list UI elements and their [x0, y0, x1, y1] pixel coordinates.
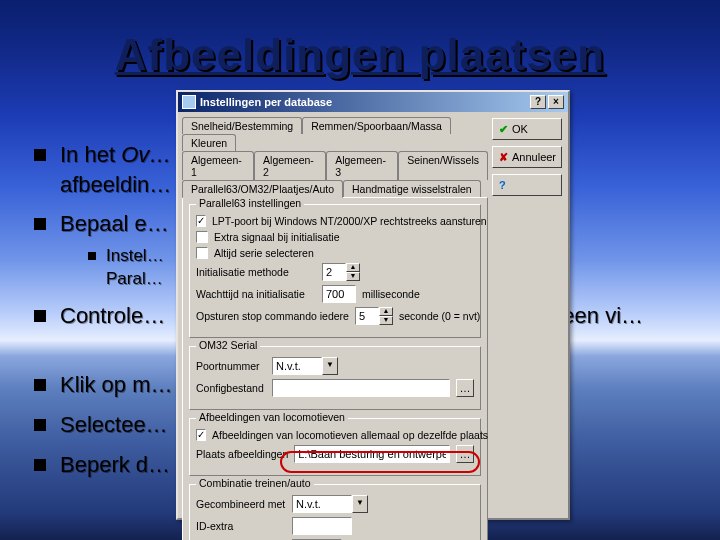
same-place-label: Afbeeldingen van locomotieven allemaal o…	[212, 429, 488, 441]
app-icon	[182, 95, 196, 109]
group-images: Afbeeldingen van locomotieven Afbeelding…	[189, 418, 481, 476]
id-extra-field[interactable]	[292, 517, 352, 535]
tab-seinen[interactable]: Seinen/Wissels	[398, 151, 488, 180]
tab-algemeen2[interactable]: Algemeen-2	[254, 151, 326, 180]
tab-algemeen1[interactable]: Algemeen-1	[182, 151, 254, 180]
settings-dialog: Instellingen per database ? × ✔OK ✘Annul…	[176, 90, 570, 520]
group-title: Parallel63 instellingen	[196, 197, 304, 209]
wait-unit: milliseconde	[362, 288, 420, 300]
spin-down-icon[interactable]: ▼	[379, 316, 393, 325]
question-icon: ?	[499, 179, 506, 191]
chevron-down-icon[interactable]: ▼	[352, 495, 368, 513]
tab-handmatig[interactable]: Handmatige wisselstralen	[343, 180, 481, 198]
group-om32: OM32 Serial Poortnummer ▼ Configbestand …	[189, 346, 481, 410]
browse-button[interactable]: …	[456, 445, 474, 463]
cancel-button[interactable]: ✘Annuleer	[492, 146, 562, 168]
stop-field[interactable]	[355, 307, 379, 325]
serie-checkbox[interactable]	[196, 247, 208, 259]
tab-remmen[interactable]: Remmen/Spoorbaan/Massa	[302, 117, 451, 134]
close-button[interactable]: ×	[548, 95, 564, 109]
stop-label: Opsturen stop commando iedere	[196, 310, 349, 322]
tab-snelheid[interactable]: Snelheid/Bestemming	[182, 117, 302, 134]
init-method-field[interactable]	[322, 263, 346, 281]
spin-up-icon[interactable]: ▲	[379, 307, 393, 316]
id-extra-label: ID-extra	[196, 520, 286, 532]
ok-button[interactable]: ✔OK	[492, 118, 562, 140]
check-icon: ✔	[499, 123, 508, 136]
close-icon: ✘	[499, 151, 508, 164]
same-place-checkbox[interactable]	[196, 429, 206, 441]
om32-port-combo[interactable]	[272, 357, 322, 375]
port-label: Poortnummer	[196, 360, 266, 372]
combi-label: Gecombineerd met	[196, 498, 286, 510]
combi-combo[interactable]	[292, 495, 352, 513]
tab-panel: Parallel63 instellingen LPT-poort bij Wi…	[182, 197, 488, 540]
group-title: Afbeeldingen van locomotieven	[196, 411, 348, 423]
spin-up-icon[interactable]: ▲	[346, 263, 360, 272]
group-title: OM32 Serial	[196, 339, 260, 351]
image-path-field[interactable]	[294, 445, 450, 463]
config-field[interactable]	[272, 379, 450, 397]
lpt-label: LPT-poort bij Windows NT/2000/XP rechtst…	[212, 215, 487, 227]
lpt-checkbox[interactable]	[196, 215, 206, 227]
extra-signal-checkbox[interactable]	[196, 231, 208, 243]
tab-algemeen3[interactable]: Algemeen-3	[326, 151, 398, 180]
dialog-title: Instellingen per database	[200, 96, 332, 108]
path-label: Plaats afbeeldingen	[196, 448, 288, 460]
spin-down-icon[interactable]: ▼	[346, 272, 360, 281]
group-parallel: Parallel63 instellingen LPT-poort bij Wi…	[189, 204, 481, 338]
slide-title: Afbeeldingen plaatsen	[0, 30, 720, 80]
titlebar[interactable]: Instellingen per database ? ×	[178, 92, 568, 112]
tab-kleuren[interactable]: Kleuren	[182, 134, 236, 151]
help-button[interactable]: ?	[530, 95, 546, 109]
help-button[interactable]: ?	[492, 174, 562, 196]
extra-signal-label: Extra signaal bij initialisatie	[214, 231, 339, 243]
group-title: Combinatie treinen/auto	[196, 477, 314, 489]
group-combi: Combinatie treinen/auto Gecombineerd met…	[189, 484, 481, 540]
config-label: Configbestand	[196, 382, 266, 394]
wait-label: Wachttijd na initialisatie	[196, 288, 316, 300]
chevron-down-icon[interactable]: ▼	[322, 357, 338, 375]
init-label: Initialisatie methode	[196, 266, 316, 278]
serie-label: Altijd serie selecteren	[214, 247, 314, 259]
tab-parallel[interactable]: Parallel63/OM32/Plaatjes/Auto	[182, 180, 343, 198]
browse-button[interactable]: …	[456, 379, 474, 397]
wait-field[interactable]	[322, 285, 356, 303]
stop-unit: seconde (0 = nvt)	[399, 310, 480, 322]
